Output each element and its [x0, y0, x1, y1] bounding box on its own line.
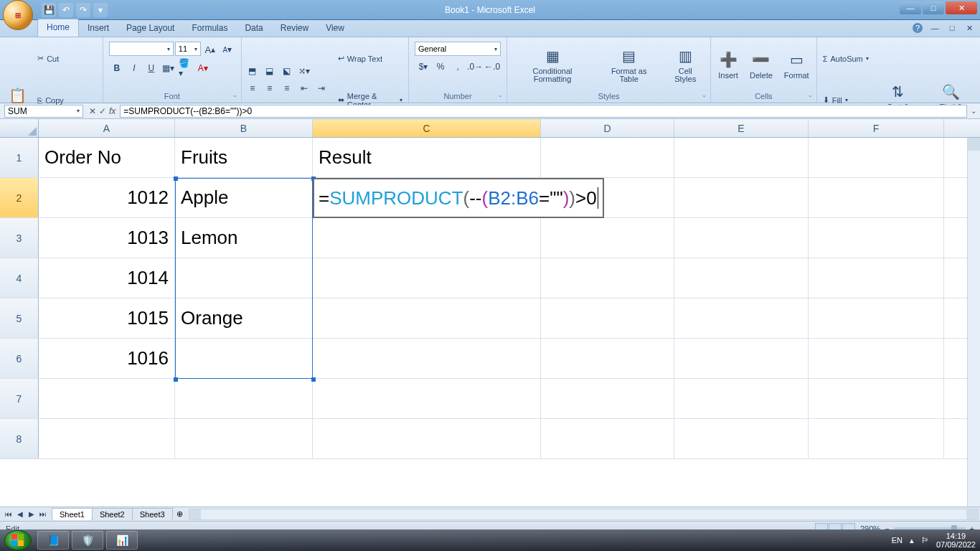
- insert-cells-button[interactable]: ➕Insert: [714, 48, 743, 81]
- align-bottom-button[interactable]: ⬕: [279, 63, 295, 79]
- mdi-restore-icon[interactable]: □: [947, 23, 957, 33]
- cell-E3[interactable]: [674, 218, 809, 258]
- cut-button[interactable]: ✂Cut: [34, 39, 100, 79]
- sheet-tab-2[interactable]: Sheet2: [92, 508, 133, 520]
- align-center-button[interactable]: ≡: [262, 80, 278, 96]
- shrink-font-button[interactable]: A▾: [220, 42, 235, 57]
- grow-font-button[interactable]: A▴: [202, 42, 218, 57]
- font-size-select[interactable]: 11▾: [175, 42, 201, 56]
- font-color-button[interactable]: A▾: [195, 60, 211, 76]
- taskbar-app-excel[interactable]: 📊: [106, 531, 138, 550]
- cell-F6[interactable]: [809, 339, 944, 378]
- sheet-tab-3[interactable]: Sheet3: [132, 508, 173, 520]
- sheet-nav-first-icon[interactable]: ⏮: [3, 509, 14, 520]
- formula-enter-button[interactable]: ✓: [99, 106, 106, 116]
- horizontal-scrollbar[interactable]: [189, 509, 979, 520]
- cell-C5[interactable]: [313, 298, 541, 338]
- font-family-select[interactable]: ▾: [109, 42, 174, 56]
- window-maximize-button[interactable]: □: [923, 1, 944, 14]
- qat-undo-icon[interactable]: ↶: [59, 3, 73, 17]
- border-button[interactable]: ▦▾: [161, 60, 176, 76]
- align-right-button[interactable]: ≡: [279, 80, 295, 96]
- format-as-table-button[interactable]: ▤Format as Table: [598, 44, 660, 85]
- row-header-7[interactable]: 7: [0, 379, 39, 418]
- cell-E4[interactable]: [674, 258, 809, 298]
- editing-cell[interactable]: =SUMPRODUCT(--(B2:B6=""))>0: [313, 178, 604, 218]
- qat-customize-icon[interactable]: ▾: [93, 3, 108, 17]
- tab-insert[interactable]: Insert: [79, 20, 118, 37]
- tray-chevron-icon[interactable]: ▴: [910, 536, 914, 545]
- number-format-select[interactable]: General▾: [415, 42, 501, 56]
- tray-clock[interactable]: 14:19 07/09/2022: [936, 532, 976, 549]
- cell-A8[interactable]: [39, 419, 175, 458]
- cell-F7[interactable]: [809, 379, 944, 418]
- cell-E2[interactable]: [674, 178, 809, 217]
- indent-increase-button[interactable]: ⇥: [314, 80, 329, 96]
- cell-D6[interactable]: [541, 339, 674, 378]
- cell-F5[interactable]: [809, 298, 944, 338]
- office-button[interactable]: ⊞: [3, 0, 33, 30]
- cell-B4[interactable]: [175, 258, 313, 298]
- cell-E8[interactable]: [674, 419, 809, 458]
- cell-E1[interactable]: [674, 138, 809, 177]
- sheet-tab-1[interactable]: Sheet1: [52, 508, 93, 520]
- vertical-scrollbar[interactable]: [967, 138, 980, 521]
- cell-B1[interactable]: Fruits: [175, 138, 313, 177]
- cell-F8[interactable]: [809, 419, 944, 458]
- cell-B5[interactable]: Orange: [175, 298, 313, 338]
- select-all-corner[interactable]: [0, 119, 39, 137]
- align-left-button[interactable]: ≡: [245, 80, 260, 96]
- cell-C1[interactable]: Result: [313, 138, 541, 177]
- orientation-button[interactable]: ⤭▾: [296, 63, 312, 79]
- cell-F4[interactable]: [809, 258, 944, 298]
- col-header-D[interactable]: D: [541, 119, 674, 137]
- taskbar-app-word[interactable]: 📘: [37, 531, 69, 550]
- italic-button[interactable]: I: [126, 60, 142, 76]
- autosum-button[interactable]: ΣAutoSum▾: [820, 39, 872, 79]
- help-icon[interactable]: ?: [913, 23, 923, 33]
- new-sheet-button[interactable]: ⊕: [172, 509, 187, 519]
- cell-C4[interactable]: [313, 258, 541, 298]
- qat-save-icon[interactable]: 💾: [42, 3, 56, 17]
- col-header-F[interactable]: F: [809, 119, 944, 137]
- col-header-E[interactable]: E: [674, 119, 809, 137]
- col-header-C[interactable]: C: [313, 119, 541, 137]
- cell-D4[interactable]: [541, 258, 674, 298]
- tab-page-layout[interactable]: Page Layout: [118, 20, 183, 37]
- row-header-4[interactable]: 4: [0, 258, 39, 298]
- formula-cancel-button[interactable]: ✕: [89, 106, 96, 116]
- tray-flag-icon[interactable]: 🏳: [921, 536, 929, 545]
- fill-color-button[interactable]: 🪣▾: [178, 60, 194, 76]
- row-header-2[interactable]: 2: [0, 178, 39, 217]
- window-close-button[interactable]: ✕: [946, 1, 977, 14]
- align-middle-button[interactable]: ⬓: [262, 63, 278, 79]
- format-cells-button[interactable]: ▭Format: [780, 48, 814, 81]
- cell-A4[interactable]: 1014: [39, 258, 175, 298]
- row-header-1[interactable]: 1: [0, 138, 39, 177]
- sheet-nav-prev-icon[interactable]: ◀: [14, 509, 26, 520]
- window-minimize-button[interactable]: —: [900, 1, 921, 14]
- name-box[interactable]: SUM▾: [4, 105, 83, 118]
- cell-C6[interactable]: [313, 339, 541, 378]
- row-header-3[interactable]: 3: [0, 218, 39, 258]
- cell-A1[interactable]: Order No: [39, 138, 175, 177]
- tab-formulas[interactable]: Formulas: [183, 20, 236, 37]
- conditional-formatting-button[interactable]: ▦Conditional Formatting: [510, 44, 595, 85]
- start-button[interactable]: [4, 530, 32, 550]
- increase-decimal-button[interactable]: .0→: [467, 59, 483, 75]
- cell-D1[interactable]: [541, 138, 674, 177]
- tab-review[interactable]: Review: [272, 20, 317, 37]
- cell-D7[interactable]: [541, 379, 674, 418]
- cell-D8[interactable]: [541, 419, 674, 458]
- wrap-text-button[interactable]: ↩Wrap Text: [335, 39, 405, 79]
- sheet-nav-next-icon[interactable]: ▶: [26, 509, 37, 520]
- cell-A6[interactable]: 1016: [39, 339, 175, 378]
- cell-D3[interactable]: [541, 218, 674, 258]
- cell-E6[interactable]: [674, 339, 809, 378]
- cell-B2[interactable]: Apple: [175, 178, 313, 217]
- cell-B3[interactable]: Lemon: [175, 218, 313, 258]
- cell-D5[interactable]: [541, 298, 674, 338]
- tab-data[interactable]: Data: [236, 20, 271, 37]
- cell-A2[interactable]: 1012: [39, 178, 175, 217]
- cell-styles-button[interactable]: ▥Cell Styles: [663, 44, 707, 85]
